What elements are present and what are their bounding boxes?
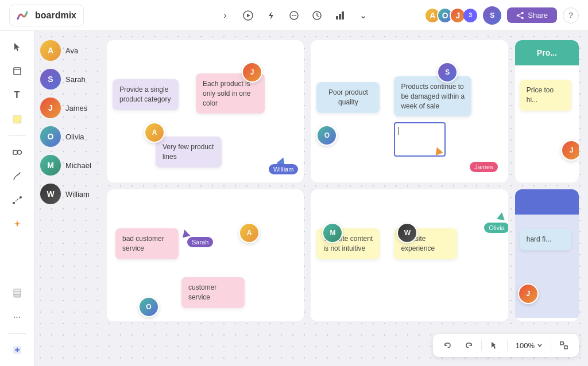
tool-pen[interactable] bbox=[7, 166, 28, 186]
avatar-ava-sidebar: A bbox=[40, 40, 61, 61]
nav-chevron-down-icon[interactable]: ⌄ bbox=[357, 9, 369, 22]
toolbar-divider-2 bbox=[507, 340, 508, 351]
svg-rect-16 bbox=[14, 68, 21, 75]
share-icon bbox=[516, 11, 524, 20]
sidebar-divider-2 bbox=[9, 333, 26, 334]
participants-list: A Ava S Sarah J James O Olivia M Michael… bbox=[34, 31, 98, 366]
participant-name-ava: Ava bbox=[65, 46, 78, 55]
toolbar-divider-1 bbox=[481, 340, 482, 351]
nav-clock-icon[interactable] bbox=[311, 9, 323, 22]
nav-chat-icon[interactable] bbox=[288, 9, 300, 22]
bottom-toolbar: 100% bbox=[433, 334, 579, 357]
note-price[interactable]: Price too hi... bbox=[520, 80, 571, 111]
avatar-william-sidebar: W bbox=[40, 184, 61, 204]
col5-body: Website content is not intuitive Website… bbox=[311, 217, 508, 320]
float-olivia-col2: O bbox=[316, 125, 337, 146]
header: boardmix › ⌄ A O J 3 S Share bbox=[0, 0, 588, 31]
column-partial-right: Pro... Price too hi... J bbox=[515, 40, 579, 182]
text-cursor bbox=[399, 127, 399, 135]
note-few-lines[interactable]: Very few product lines bbox=[156, 137, 222, 168]
participant-william: W William bbox=[40, 184, 92, 204]
participant-name-michael: Michael bbox=[65, 161, 91, 170]
float-james-col1: J bbox=[242, 62, 262, 83]
cursor-james bbox=[434, 146, 444, 155]
undo-button[interactable] bbox=[440, 337, 456, 353]
float-ava-col1: A bbox=[144, 122, 165, 143]
svg-marker-2 bbox=[247, 14, 250, 17]
header-nav: › ⌄ bbox=[219, 9, 369, 22]
canvas[interactable]: A Ava S Sarah J James O Olivia M Michael… bbox=[34, 31, 588, 366]
tool-text[interactable]: T bbox=[7, 85, 28, 106]
note-hard[interactable]: hard fi... bbox=[520, 229, 571, 250]
svg-point-6 bbox=[295, 15, 296, 16]
participant-name-olivia: Olivia bbox=[65, 133, 84, 141]
nav-chart-icon[interactable] bbox=[334, 9, 346, 22]
tool-ai[interactable] bbox=[7, 214, 28, 235]
svg-rect-19 bbox=[13, 150, 17, 154]
participant-james: J James bbox=[40, 98, 92, 118]
avatar-count: 3 bbox=[463, 9, 477, 22]
svg-rect-30 bbox=[564, 346, 567, 349]
fit-view-button[interactable] bbox=[556, 337, 572, 353]
tool-connector[interactable] bbox=[7, 190, 28, 211]
avatar-sarah-sidebar: S bbox=[40, 69, 61, 89]
svg-line-14 bbox=[518, 13, 523, 15]
svg-point-22 bbox=[20, 196, 22, 198]
column-single-product-variety: Single product variety Provide a single … bbox=[107, 40, 304, 182]
col1-body: Provide a single product category Each p… bbox=[107, 68, 304, 182]
share-button[interactable]: Share bbox=[507, 7, 557, 23]
float-james-col3: J bbox=[561, 140, 579, 161]
float-ava-col4: A bbox=[239, 223, 260, 243]
tool-cursor[interactable] bbox=[7, 37, 28, 57]
cursor-olivia bbox=[497, 212, 506, 220]
avatar-james-sidebar: J bbox=[40, 98, 61, 118]
nav-prev-icon[interactable]: › bbox=[219, 9, 231, 22]
nav-lightning-icon[interactable] bbox=[265, 9, 277, 22]
participant-olivia: O Olivia bbox=[40, 126, 92, 147]
logo-text: boardmix bbox=[35, 10, 76, 21]
col2-header: Poor product quality bbox=[311, 40, 508, 68]
header-right: A O J 3 S Share ? bbox=[424, 6, 579, 25]
note-bad-service[interactable]: bad customer service bbox=[115, 228, 179, 259]
participant-sarah: S Sarah bbox=[40, 69, 92, 89]
col3-body: Price too hi... J bbox=[515, 65, 579, 180]
col5-header: Website problem bbox=[311, 189, 508, 217]
tool-more[interactable]: ··· bbox=[7, 307, 28, 328]
svg-rect-29 bbox=[560, 342, 563, 345]
column-partial-bottom-right: hard fi... J bbox=[515, 189, 579, 321]
tool-layers[interactable] bbox=[7, 283, 28, 303]
column-website-problem: Website problem Website content is not i… bbox=[311, 189, 508, 321]
svg-rect-10 bbox=[342, 11, 344, 20]
note-poor-quality[interactable]: Poor product quality bbox=[316, 82, 380, 113]
svg-point-20 bbox=[17, 150, 21, 154]
col3-header: Pro... bbox=[515, 40, 579, 65]
zoom-control[interactable]: 100% bbox=[512, 340, 546, 351]
tool-frame[interactable] bbox=[7, 61, 28, 81]
svg-rect-9 bbox=[339, 14, 341, 20]
col1-header: Single product variety bbox=[107, 40, 304, 68]
tool-sticky[interactable] bbox=[7, 109, 28, 130]
tool-add[interactable] bbox=[7, 340, 28, 360]
help-button[interactable]: ? bbox=[563, 7, 579, 24]
zoom-value: 100% bbox=[516, 341, 535, 350]
logo[interactable]: boardmix bbox=[9, 5, 84, 26]
nav-play-icon[interactable] bbox=[242, 9, 254, 22]
main-area: T ··· A Ava bbox=[0, 31, 588, 366]
col6-header bbox=[515, 189, 579, 215]
col4-header: Poor customer service bbox=[107, 189, 304, 217]
share-label: Share bbox=[528, 11, 548, 20]
participant-ava: A Ava bbox=[40, 40, 92, 61]
note-customer-service[interactable]: customer service bbox=[181, 277, 245, 308]
note-provide-single[interactable]: Provide a single product category bbox=[113, 79, 179, 110]
note-products-damaged[interactable]: Products continue to be damaged within a… bbox=[394, 76, 471, 116]
cursor-sarah bbox=[181, 228, 191, 237]
col4-body: bad customer service customer service Sa… bbox=[107, 217, 304, 320]
avatar-group: A O J 3 bbox=[424, 7, 477, 24]
svg-point-5 bbox=[293, 15, 295, 16]
tool-shapes[interactable] bbox=[7, 142, 28, 162]
sidebar-divider-1 bbox=[9, 135, 26, 136]
redo-button[interactable] bbox=[461, 337, 477, 353]
column-poor-customer-service: Poor customer service bad customer servi… bbox=[107, 189, 304, 321]
svg-rect-25 bbox=[14, 289, 21, 291]
select-tool-button[interactable] bbox=[486, 337, 502, 353]
